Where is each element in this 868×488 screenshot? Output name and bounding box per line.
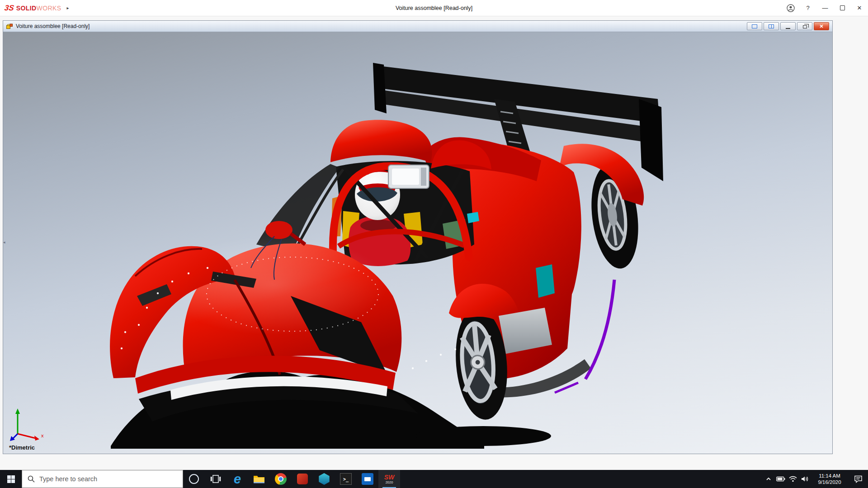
- side-mirror[interactable]: [265, 221, 292, 239]
- document-titlebar[interactable]: Voiture assomblee [Read-only] ✕: [3, 21, 832, 32]
- mdi-area: Voiture assomblee [Read-only] ✕: [0, 17, 868, 470]
- doc-close-button[interactable]: ✕: [814, 22, 829, 30]
- action-center-icon[interactable]: [848, 470, 868, 488]
- command-prompt-icon: >_: [340, 473, 352, 485]
- taskbar-search[interactable]: [22, 470, 183, 488]
- solidworks-2020-button[interactable]: SW 2020: [378, 470, 400, 488]
- solidworks-viewer-icon: [318, 473, 330, 485]
- app-titlebar: 3S SOLIDWORKS ▸ Voiture assomblee [Read-…: [0, 0, 868, 16]
- doc-minimize-button[interactable]: [780, 22, 796, 30]
- document-window-controls: ✕: [747, 22, 830, 30]
- triad-x-label: x: [41, 433, 44, 438]
- viewport-single-button[interactable]: [747, 22, 762, 30]
- red-app-icon: [297, 474, 308, 484]
- search-input[interactable]: [39, 475, 170, 483]
- start-button[interactable]: [0, 470, 22, 488]
- rearview-mirror[interactable]: [388, 165, 429, 188]
- clock-time: 11:14 AM: [813, 473, 846, 479]
- volume-icon[interactable]: [799, 470, 811, 488]
- close-button[interactable]: ✕: [851, 0, 868, 16]
- help-icon[interactable]: ?: [799, 0, 816, 16]
- screen: 3S SOLIDWORKS ▸ Voiture assomblee [Read-…: [0, 0, 868, 488]
- system-tray: 11:14 AM 9/16/2020: [762, 470, 868, 488]
- chrome-button[interactable]: [270, 470, 292, 488]
- document-window: Voiture assomblee [Read-only] ✕: [3, 20, 833, 454]
- solidworks-logo: 3S SOLIDWORKS ▸: [0, 4, 69, 13]
- menu-flyout-arrow-icon[interactable]: ▸: [66, 5, 69, 10]
- maximize-button[interactable]: [834, 0, 851, 16]
- cortana-button[interactable]: [183, 470, 205, 488]
- taskbar: e >_ SW 2020: [0, 470, 868, 488]
- viewport-split-button[interactable]: [764, 22, 779, 30]
- chrome-icon: [275, 473, 287, 485]
- command-prompt-button[interactable]: >_: [335, 470, 357, 488]
- assembly-icon: [6, 23, 13, 30]
- clock-date: 9/16/2020: [813, 479, 846, 485]
- window-title: Voiture assomblee [Read-only]: [0, 0, 868, 16]
- network-icon[interactable]: [787, 470, 799, 488]
- blue-app-icon: [362, 473, 373, 485]
- brand-solid-text: SOLID: [16, 5, 37, 12]
- red-app-button[interactable]: [292, 470, 313, 488]
- solidworks-2020-icon: SW 2020: [384, 474, 395, 484]
- task-view-icon: [210, 474, 221, 484]
- panel-collapse-arrow-icon[interactable]: ◂: [3, 236, 9, 248]
- car-model[interactable]: [3, 32, 832, 454]
- edge-icon: e: [234, 473, 241, 486]
- edge-button[interactable]: e: [226, 470, 248, 488]
- file-explorer-button[interactable]: [248, 470, 270, 488]
- solidworks-viewer-button[interactable]: [313, 470, 335, 488]
- graphics-viewport[interactable]: ◂ x *Dimetric: [3, 32, 832, 454]
- search-icon: [28, 475, 35, 483]
- tray-chevron-icon[interactable]: [762, 470, 774, 488]
- battery-icon[interactable]: [774, 470, 787, 488]
- cortana-icon: [189, 474, 199, 484]
- taskbar-clock[interactable]: 11:14 AM 9/16/2020: [811, 473, 848, 485]
- orientation-triad: x: [9, 408, 48, 442]
- task-view-button[interactable]: [205, 470, 226, 488]
- orientation-label: *Dimetric: [9, 444, 35, 451]
- document-title: Voiture assomblee [Read-only]: [16, 23, 90, 29]
- blue-app-button[interactable]: [357, 470, 378, 488]
- file-explorer-icon: [253, 474, 265, 484]
- solidworks-logo-icon: 3S: [4, 4, 15, 13]
- brand-works-text: WORKS: [37, 5, 61, 12]
- minimize-button[interactable]: —: [816, 0, 834, 16]
- doc-restore-button[interactable]: [797, 22, 812, 30]
- window-controls: ? — ✕: [782, 0, 868, 16]
- account-icon[interactable]: [782, 0, 799, 16]
